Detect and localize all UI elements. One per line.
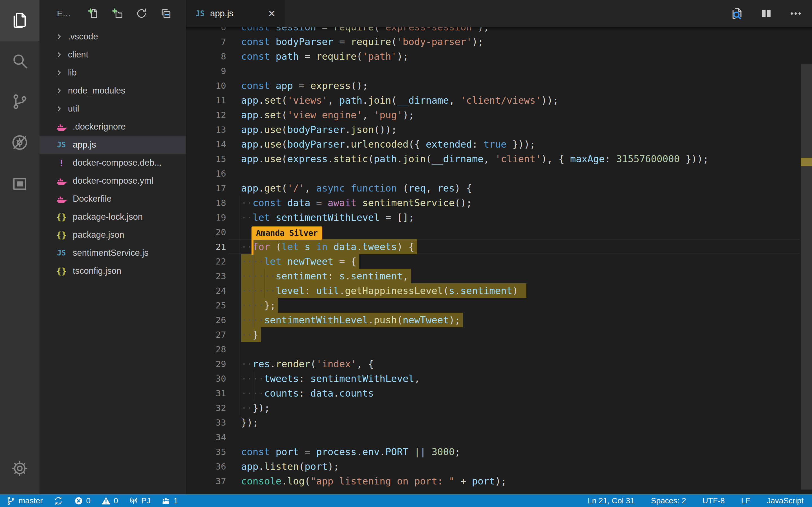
status-warnings[interactable]: 0 xyxy=(101,496,118,506)
code-line-21[interactable]: 21··for (let s in data.tweets) { xyxy=(186,239,801,254)
activity-item-explorer[interactable] xyxy=(0,0,40,41)
tree-item-docker-compose.deb...[interactable]: !docker-compose.deb... xyxy=(40,154,186,172)
activity-item-extensions[interactable] xyxy=(0,163,40,204)
code-line-37[interactable]: 37console.log("app listening on port: " … xyxy=(186,474,801,489)
split-editor-icon[interactable] xyxy=(760,7,773,20)
status-language[interactable]: JavaScript xyxy=(767,496,804,505)
status-encoding[interactable]: UTF-8 xyxy=(702,496,725,505)
line-number[interactable]: 15 xyxy=(186,152,226,166)
line-number[interactable]: 31 xyxy=(186,386,226,400)
line-number[interactable]: 11 xyxy=(186,93,226,108)
tree-item-Dockerfile[interactable]: Dockerfile xyxy=(40,190,186,208)
tree-item-tsconfig.json[interactable]: {}tsconfig.json xyxy=(40,262,186,280)
code-line-28[interactable]: 28 xyxy=(186,342,801,356)
line-number[interactable]: 24 xyxy=(186,283,226,298)
tree-item-client[interactable]: client xyxy=(40,46,186,64)
status-sync[interactable] xyxy=(54,496,63,506)
status-participants[interactable]: 1 xyxy=(161,496,178,506)
code-line-29[interactable]: 29··res.render('index', { xyxy=(186,356,801,371)
status-indentation[interactable]: Spaces: 2 xyxy=(651,496,686,505)
close-icon[interactable]: × xyxy=(268,8,275,19)
status-branch[interactable]: master xyxy=(6,496,43,506)
code-line-32[interactable]: 32··}); xyxy=(186,400,801,415)
new-file-icon[interactable] xyxy=(87,7,99,20)
line-number[interactable]: 37 xyxy=(186,474,226,489)
line-number[interactable]: 26 xyxy=(186,313,226,327)
line-number[interactable]: 8 xyxy=(186,49,226,64)
status-errors[interactable]: 0 xyxy=(74,496,91,506)
code-line-18[interactable]: 18··const data = await sentimentService(… xyxy=(186,195,801,210)
collapse-all-icon[interactable] xyxy=(160,7,172,20)
tree-item-.dockerignore[interactable]: .dockerignore xyxy=(40,118,186,136)
code-line-17[interactable]: 17app.get('/', async function (req, res)… xyxy=(186,181,801,195)
tree-item-docker-compose.yml[interactable]: docker-compose.yml xyxy=(40,172,186,190)
code-line-34[interactable]: 34 xyxy=(186,430,801,445)
tree-item-app.js[interactable]: JSapp.js xyxy=(40,136,186,154)
line-number[interactable]: 20 xyxy=(186,225,226,239)
line-number[interactable]: 18 xyxy=(186,195,226,210)
more-actions-icon[interactable] xyxy=(789,7,802,20)
code-line-31[interactable]: 31····counts: data.counts xyxy=(186,386,801,400)
line-number[interactable]: 29 xyxy=(186,356,226,371)
new-folder-icon[interactable] xyxy=(111,7,123,20)
activity-item-debug[interactable] xyxy=(0,122,40,163)
code-line-36[interactable]: 36app.listen(port); xyxy=(186,459,801,474)
code-line-27[interactable]: 27··} xyxy=(186,327,801,342)
code-line-19[interactable]: 19··let sentimentWithLevel = []; xyxy=(186,210,801,225)
tree-item-sentimentService.js[interactable]: JSsentimentService.js xyxy=(40,244,186,262)
code-line-11[interactable]: 11app.set('views', path.join(__dirname, … xyxy=(186,93,801,108)
line-number[interactable]: 13 xyxy=(186,122,226,137)
code-line-13[interactable]: 13app.use(bodyParser.json()); xyxy=(186,122,801,137)
code-line-30[interactable]: 30····tweets: sentimentWithLevel, xyxy=(186,371,801,386)
scrollbar[interactable] xyxy=(801,27,812,494)
tree-item-util[interactable]: util xyxy=(40,100,186,118)
code-line-35[interactable]: 35const port = process.env.PORT || 3000; xyxy=(186,445,801,459)
status-eol[interactable]: LF xyxy=(741,496,751,505)
code-line-24[interactable]: 24······level: util.getHappinessLevel(s.… xyxy=(186,283,801,298)
code-line-8[interactable]: 8const path = require('path'); xyxy=(186,49,801,64)
open-changes-icon[interactable] xyxy=(730,7,744,20)
activity-item-source-control[interactable] xyxy=(0,82,40,122)
line-number[interactable]: 30 xyxy=(186,371,226,386)
line-number[interactable]: 32 xyxy=(186,400,226,415)
tree-item-package-lock.json[interactable]: {}package-lock.json xyxy=(40,208,186,226)
activity-item-settings[interactable] xyxy=(0,448,40,489)
code-line-33[interactable]: 33}); xyxy=(186,415,801,430)
activity-item-search[interactable] xyxy=(0,41,40,82)
tree-item-node-modules[interactable]: node_modules xyxy=(40,82,186,100)
status-cursor-position[interactable]: Ln 21, Col 31 xyxy=(588,496,635,505)
line-number[interactable]: 19 xyxy=(186,210,226,225)
line-number[interactable]: 22 xyxy=(186,254,226,269)
line-number[interactable]: 36 xyxy=(186,459,226,474)
line-number[interactable]: 33 xyxy=(186,415,226,430)
line-number[interactable]: 10 xyxy=(186,78,226,93)
code-line-23[interactable]: 23······sentiment: s.sentiment, xyxy=(186,269,801,283)
line-number[interactable]: 7 xyxy=(186,34,226,49)
code-line-26[interactable]: 26····sentimentWithLevel.push(newTweet); xyxy=(186,313,801,327)
line-number[interactable]: 12 xyxy=(186,108,226,122)
tree-item-.vscode[interactable]: .vscode xyxy=(40,27,186,46)
status-live-share[interactable]: PJ xyxy=(129,496,151,506)
line-number[interactable]: 14 xyxy=(186,137,226,152)
code-line-7[interactable]: 7const bodyParser = require('body-parser… xyxy=(186,34,801,49)
code-line-25[interactable]: 25····}; xyxy=(186,298,801,313)
code-line-14[interactable]: 14app.use(bodyParser.urlencoded({ extend… xyxy=(186,137,801,152)
refresh-icon[interactable] xyxy=(135,7,148,20)
line-number[interactable]: 16 xyxy=(186,166,226,181)
line-number[interactable]: 23 xyxy=(186,269,226,283)
code-line-15[interactable]: 15app.use(express.static(path.join(__dir… xyxy=(186,152,801,166)
code-line-16[interactable]: 16 xyxy=(186,166,801,181)
line-number[interactable]: 21 xyxy=(186,239,226,254)
tree-item-package.json[interactable]: {}package.json xyxy=(40,226,186,244)
tab-app-js[interactable]: JS app.js × xyxy=(186,0,285,27)
scrollbar-slider[interactable] xyxy=(801,64,812,490)
code-line-12[interactable]: 12app.set('view engine', 'pug'); xyxy=(186,108,801,122)
line-number[interactable]: 25 xyxy=(186,298,226,313)
line-number[interactable]: 27 xyxy=(186,327,226,342)
line-number[interactable]: 9 xyxy=(186,64,226,78)
code-line-22[interactable]: 22····let newTweet = { xyxy=(186,254,801,269)
line-number[interactable]: 35 xyxy=(186,445,226,459)
code-line-9[interactable]: 9 xyxy=(186,64,801,78)
code-line-10[interactable]: 10const app = express(); xyxy=(186,78,801,93)
tree-item-lib[interactable]: lib xyxy=(40,64,186,82)
